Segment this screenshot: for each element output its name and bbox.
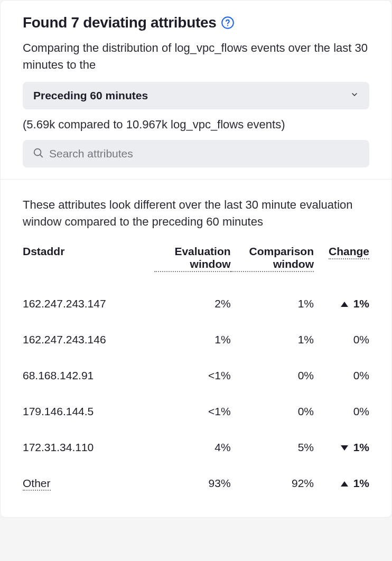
chevron-down-icon <box>350 90 359 101</box>
cell-attribute: 162.247.243.146 <box>23 322 154 358</box>
cell-change: 1% <box>314 429 369 465</box>
table-row[interactable]: Other93%92%1% <box>23 465 369 501</box>
cell-comparison: 1% <box>231 322 314 358</box>
cell-attribute: Other <box>23 465 154 501</box>
panel-title: Found 7 deviating attributes <box>23 14 217 31</box>
table-header-row: Dstaddr Evaluation window Comparison win… <box>23 245 369 286</box>
col-header-attribute[interactable]: Dstaddr <box>23 245 154 286</box>
baseline-window-select[interactable]: Preceding 60 minutes <box>23 82 369 109</box>
cell-evaluation: <1% <box>154 358 230 394</box>
search-attributes-field[interactable] <box>23 140 369 167</box>
cell-evaluation: <1% <box>154 394 230 429</box>
cell-evaluation: 93% <box>154 465 230 501</box>
table-row[interactable]: 162.247.243.1461%1%0% <box>23 322 369 358</box>
deviating-attributes-panel: Found 7 deviating attributes Comparing t… <box>0 0 392 518</box>
triangle-down-icon <box>341 445 348 451</box>
svg-point-1 <box>227 25 228 26</box>
baseline-window-label: Preceding 60 minutes <box>33 89 148 102</box>
table-explanation: These attributes look different over the… <box>23 197 369 230</box>
col-header-evaluation[interactable]: Evaluation window <box>154 245 230 286</box>
cell-change: 1% <box>314 286 369 322</box>
col-header-change[interactable]: Change <box>314 245 369 286</box>
table-row[interactable]: 68.168.142.91<1%0%0% <box>23 358 369 394</box>
cell-evaluation: 1% <box>154 322 230 358</box>
cell-change: 0% <box>314 394 369 429</box>
search-input[interactable] <box>49 147 360 160</box>
cell-comparison: 0% <box>231 358 314 394</box>
cell-comparison: 5% <box>231 429 314 465</box>
comparison-summary: (5.69k compared to 10.967k log_vpc_flows… <box>23 118 369 132</box>
cell-comparison: 1% <box>231 286 314 322</box>
table-row[interactable]: 179.146.144.5<1%0%0% <box>23 394 369 429</box>
panel-description: Comparing the distribution of log_vpc_fl… <box>23 40 369 73</box>
cell-attribute: 179.146.144.5 <box>23 394 154 429</box>
cell-comparison: 0% <box>231 394 314 429</box>
cell-attribute: 68.168.142.91 <box>23 358 154 394</box>
panel-table-section: These attributes look different over the… <box>1 180 391 517</box>
cell-change: 0% <box>314 358 369 394</box>
cell-change: 0% <box>314 322 369 358</box>
svg-line-3 <box>40 155 42 157</box>
cell-evaluation: 4% <box>154 429 230 465</box>
title-row: Found 7 deviating attributes <box>23 14 369 31</box>
cell-comparison: 92% <box>231 465 314 501</box>
cell-change: 1% <box>314 465 369 501</box>
panel-header-section: Found 7 deviating attributes Comparing t… <box>1 1 391 179</box>
search-icon <box>32 147 44 161</box>
deviating-attributes-table: Dstaddr Evaluation window Comparison win… <box>23 245 369 501</box>
table-row[interactable]: 162.247.243.1472%1%1% <box>23 286 369 322</box>
help-icon[interactable] <box>221 16 235 30</box>
col-header-comparison[interactable]: Comparison window <box>231 245 314 286</box>
table-row[interactable]: 172.31.34.1104%5%1% <box>23 429 369 465</box>
cell-attribute: 162.247.243.147 <box>23 286 154 322</box>
cell-evaluation: 2% <box>154 286 230 322</box>
cell-attribute: 172.31.34.110 <box>23 429 154 465</box>
triangle-up-icon <box>341 302 348 307</box>
triangle-up-icon <box>341 481 348 487</box>
